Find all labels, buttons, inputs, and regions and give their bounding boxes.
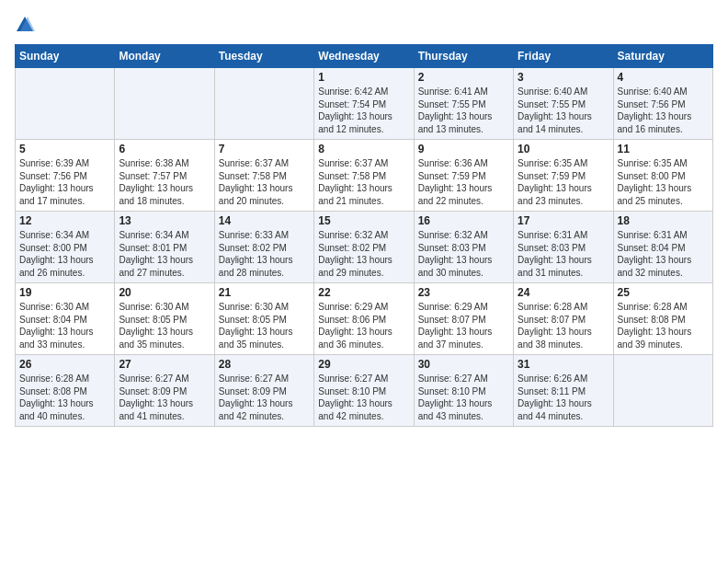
day-number: 26 [19, 358, 110, 371]
day-info: Sunrise: 6:41 AM Sunset: 7:55 PM Dayligh… [418, 86, 509, 135]
day-info: Sunrise: 6:26 AM Sunset: 8:11 PM Dayligh… [518, 373, 609, 422]
weekday-saturday: Saturday [613, 45, 712, 68]
calendar-cell: 28Sunrise: 6:27 AM Sunset: 8:09 PM Dayli… [214, 355, 313, 427]
day-number: 4 [618, 71, 709, 84]
day-number: 24 [518, 286, 609, 299]
calendar-cell: 7Sunrise: 6:37 AM Sunset: 7:58 PM Daylig… [214, 140, 313, 212]
weekday-friday: Friday [514, 45, 613, 68]
calendar-cell: 31Sunrise: 6:26 AM Sunset: 8:11 PM Dayli… [514, 355, 613, 427]
calendar-cell: 16Sunrise: 6:32 AM Sunset: 8:03 PM Dayli… [414, 212, 513, 283]
calendar-table: SundayMondayTuesdayWednesdayThursdayFrid… [15, 44, 713, 427]
day-info: Sunrise: 6:32 AM Sunset: 8:02 PM Dayligh… [318, 229, 409, 279]
day-info: Sunrise: 6:27 AM Sunset: 8:09 PM Dayligh… [119, 373, 210, 422]
day-number: 28 [219, 358, 310, 371]
header [15, 15, 713, 35]
calendar-week-1: 1Sunrise: 6:42 AM Sunset: 7:54 PM Daylig… [16, 68, 713, 140]
day-number: 25 [618, 286, 709, 299]
day-info: Sunrise: 6:29 AM Sunset: 8:06 PM Dayligh… [318, 301, 409, 350]
calendar-cell: 14Sunrise: 6:33 AM Sunset: 8:02 PM Dayli… [214, 212, 313, 283]
calendar-cell: 2Sunrise: 6:41 AM Sunset: 7:55 PM Daylig… [414, 68, 513, 140]
day-info: Sunrise: 6:40 AM Sunset: 7:56 PM Dayligh… [618, 86, 709, 135]
weekday-wednesday: Wednesday [314, 45, 414, 68]
day-number: 11 [618, 143, 709, 155]
calendar-cell: 29Sunrise: 6:27 AM Sunset: 8:10 PM Dayli… [314, 355, 414, 427]
day-number: 12 [19, 214, 110, 227]
day-info: Sunrise: 6:32 AM Sunset: 8:03 PM Dayligh… [418, 229, 509, 279]
calendar-cell: 5Sunrise: 6:39 AM Sunset: 7:56 PM Daylig… [16, 140, 115, 212]
day-info: Sunrise: 6:28 AM Sunset: 8:07 PM Dayligh… [518, 301, 609, 350]
calendar-cell: 3Sunrise: 6:40 AM Sunset: 7:55 PM Daylig… [514, 68, 613, 140]
day-info: Sunrise: 6:33 AM Sunset: 8:02 PM Dayligh… [219, 229, 310, 279]
day-info: Sunrise: 6:28 AM Sunset: 8:08 PM Dayligh… [19, 373, 110, 422]
calendar-cell: 13Sunrise: 6:34 AM Sunset: 8:01 PM Dayli… [115, 212, 214, 283]
weekday-thursday: Thursday [414, 45, 513, 68]
day-info: Sunrise: 6:31 AM Sunset: 8:03 PM Dayligh… [518, 229, 609, 279]
day-number: 29 [318, 358, 409, 371]
calendar-cell: 11Sunrise: 6:35 AM Sunset: 8:00 PM Dayli… [613, 140, 712, 212]
day-number: 18 [618, 214, 709, 227]
calendar-cell [16, 68, 115, 140]
calendar-cell: 4Sunrise: 6:40 AM Sunset: 7:56 PM Daylig… [613, 68, 712, 140]
calendar-cell [214, 68, 313, 140]
calendar-cell: 18Sunrise: 6:31 AM Sunset: 8:04 PM Dayli… [613, 212, 712, 283]
day-info: Sunrise: 6:29 AM Sunset: 8:07 PM Dayligh… [418, 301, 509, 350]
day-info: Sunrise: 6:30 AM Sunset: 8:05 PM Dayligh… [119, 301, 210, 350]
day-number: 22 [318, 286, 409, 299]
day-info: Sunrise: 6:42 AM Sunset: 7:54 PM Dayligh… [318, 86, 409, 135]
logo-icon [15, 15, 35, 35]
day-number: 1 [318, 71, 409, 84]
day-info: Sunrise: 6:40 AM Sunset: 7:55 PM Dayligh… [518, 86, 609, 135]
day-info: Sunrise: 6:37 AM Sunset: 7:58 PM Dayligh… [219, 157, 310, 207]
page: SundayMondayTuesdayWednesdayThursdayFrid… [0, 0, 728, 563]
day-info: Sunrise: 6:38 AM Sunset: 7:57 PM Dayligh… [119, 157, 210, 207]
day-number: 17 [518, 214, 609, 227]
day-info: Sunrise: 6:31 AM Sunset: 8:04 PM Dayligh… [618, 229, 709, 279]
calendar-cell: 22Sunrise: 6:29 AM Sunset: 8:06 PM Dayli… [314, 283, 414, 355]
day-number: 16 [418, 214, 509, 227]
calendar-week-4: 19Sunrise: 6:30 AM Sunset: 8:04 PM Dayli… [16, 283, 713, 355]
calendar-cell: 25Sunrise: 6:28 AM Sunset: 8:08 PM Dayli… [613, 283, 712, 355]
calendar-cell: 20Sunrise: 6:30 AM Sunset: 8:05 PM Dayli… [115, 283, 214, 355]
calendar-cell [613, 355, 712, 427]
day-number: 14 [219, 214, 310, 227]
day-info: Sunrise: 6:39 AM Sunset: 7:56 PM Dayligh… [19, 157, 110, 207]
calendar-cell: 8Sunrise: 6:37 AM Sunset: 7:58 PM Daylig… [314, 140, 414, 212]
day-number: 19 [19, 286, 110, 299]
calendar-cell: 30Sunrise: 6:27 AM Sunset: 8:10 PM Dayli… [414, 355, 513, 427]
day-info: Sunrise: 6:35 AM Sunset: 7:59 PM Dayligh… [518, 157, 609, 207]
day-number: 27 [119, 358, 210, 371]
day-number: 13 [119, 214, 210, 227]
calendar-cell: 1Sunrise: 6:42 AM Sunset: 7:54 PM Daylig… [314, 68, 414, 140]
calendar-cell: 6Sunrise: 6:38 AM Sunset: 7:57 PM Daylig… [115, 140, 214, 212]
calendar-cell: 23Sunrise: 6:29 AM Sunset: 8:07 PM Dayli… [414, 283, 513, 355]
day-info: Sunrise: 6:36 AM Sunset: 7:59 PM Dayligh… [418, 157, 509, 207]
calendar-cell: 17Sunrise: 6:31 AM Sunset: 8:03 PM Dayli… [514, 212, 613, 283]
calendar-cell: 24Sunrise: 6:28 AM Sunset: 8:07 PM Dayli… [514, 283, 613, 355]
day-info: Sunrise: 6:34 AM Sunset: 8:01 PM Dayligh… [119, 229, 210, 279]
calendar-cell: 12Sunrise: 6:34 AM Sunset: 8:00 PM Dayli… [16, 212, 115, 283]
day-info: Sunrise: 6:28 AM Sunset: 8:08 PM Dayligh… [618, 301, 709, 350]
day-number: 5 [19, 143, 110, 155]
day-number: 2 [418, 71, 509, 84]
day-number: 7 [219, 143, 310, 155]
calendar-cell: 21Sunrise: 6:30 AM Sunset: 8:05 PM Dayli… [214, 283, 313, 355]
day-info: Sunrise: 6:27 AM Sunset: 8:10 PM Dayligh… [318, 373, 409, 422]
calendar-cell: 26Sunrise: 6:28 AM Sunset: 8:08 PM Dayli… [16, 355, 115, 427]
calendar-week-2: 5Sunrise: 6:39 AM Sunset: 7:56 PM Daylig… [16, 140, 713, 212]
day-info: Sunrise: 6:30 AM Sunset: 8:04 PM Dayligh… [19, 301, 110, 350]
day-info: Sunrise: 6:30 AM Sunset: 8:05 PM Dayligh… [219, 301, 310, 350]
day-number: 3 [518, 71, 609, 84]
day-number: 15 [318, 214, 409, 227]
day-number: 8 [318, 143, 409, 155]
day-info: Sunrise: 6:27 AM Sunset: 8:10 PM Dayligh… [418, 373, 509, 422]
weekday-sunday: Sunday [16, 45, 115, 68]
day-number: 10 [518, 143, 609, 155]
day-number: 9 [418, 143, 509, 155]
calendar-cell: 9Sunrise: 6:36 AM Sunset: 7:59 PM Daylig… [414, 140, 513, 212]
day-number: 30 [418, 358, 509, 371]
day-number: 23 [418, 286, 509, 299]
calendar-cell: 15Sunrise: 6:32 AM Sunset: 8:02 PM Dayli… [314, 212, 414, 283]
calendar-week-3: 12Sunrise: 6:34 AM Sunset: 8:00 PM Dayli… [16, 212, 713, 283]
day-info: Sunrise: 6:35 AM Sunset: 8:00 PM Dayligh… [618, 157, 709, 207]
day-number: 6 [119, 143, 210, 155]
